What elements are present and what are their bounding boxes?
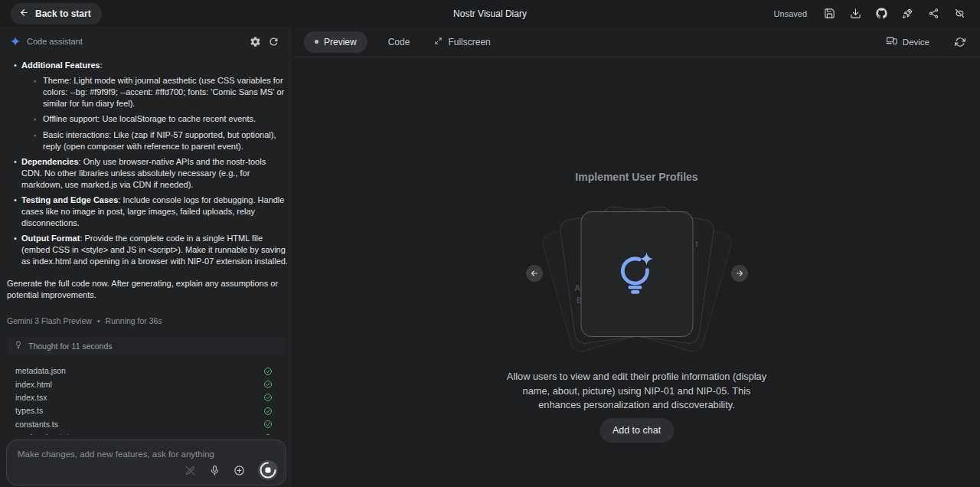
bullet-text: Dependencies: Only use browser-native AP… <box>21 156 288 191</box>
sub-bullet-marker: ◦ <box>34 75 43 109</box>
sub-bullet-item: ◦Theme: Light mode with journal aestheti… <box>34 75 288 109</box>
bullet-marker: • <box>14 194 21 229</box>
file-name: metadata.json <box>15 365 263 377</box>
file-row[interactable]: metadata.json <box>7 364 288 378</box>
tab-preview[interactable]: Preview <box>304 31 368 53</box>
generated-file-list: metadata.jsonindex.htmlindex.tsxtypes.ts… <box>7 364 288 435</box>
bullet-item: •Output Format: Provide the complete cod… <box>14 233 288 267</box>
sub-bullet-marker: ◦ <box>34 113 43 126</box>
bullet-item: •Additional Features: <box>14 60 288 71</box>
assistant-header: Code assistant <box>0 27 292 56</box>
stop-button[interactable] <box>258 460 278 480</box>
file-name: index.html <box>15 379 263 391</box>
download-icon[interactable] <box>845 4 865 24</box>
device-button[interactable]: Device <box>886 35 929 48</box>
github-icon[interactable] <box>871 4 891 24</box>
previous-card-button[interactable] <box>526 265 543 282</box>
back-to-start-button[interactable]: Back to start <box>11 3 102 25</box>
file-row[interactable]: services/nostr.ts <box>7 431 288 435</box>
file-row[interactable]: index.tsx <box>7 391 288 404</box>
bullet-item: •Testing and Edge Cases: Include console… <box>14 194 288 229</box>
preview-canvas: Implement User Profiles A B t <box>293 57 980 487</box>
sub-bullet-text: Basic interactions: Like (zap if NIP-57 … <box>43 129 288 152</box>
arrow-left-icon <box>19 8 29 20</box>
rocket-icon[interactable] <box>897 4 917 24</box>
adjacent-card-text-fragment: t <box>695 239 698 248</box>
tab-preview-label: Preview <box>324 37 357 47</box>
front-suggestion-card <box>580 211 693 337</box>
chat-composer <box>6 440 286 485</box>
bullet-marker: • <box>14 60 21 71</box>
sub-bullet-text: Offline support: Use localStorage to cac… <box>43 113 256 126</box>
refresh-icon[interactable] <box>264 32 283 51</box>
sub-bullet-item: ◦Basic interactions: Like (zap if NIP-57… <box>34 129 288 152</box>
check-circle-icon <box>263 367 273 376</box>
mic-icon[interactable] <box>209 465 220 476</box>
bullet-marker: • <box>14 156 21 191</box>
check-circle-icon <box>263 433 273 435</box>
sub-bullet-marker: ◦ <box>34 129 43 152</box>
bullet-marker: • <box>14 233 21 267</box>
suggestion-card-stack: A B t <box>580 211 693 337</box>
check-circle-icon <box>263 407 273 416</box>
model-name: Gemini 3 Flash Preview <box>7 315 92 327</box>
lightbulb-icon <box>14 340 23 352</box>
bullet-text: Testing and Edge Cases: Include console … <box>21 194 288 229</box>
device-label: Device <box>903 38 929 47</box>
unsaved-status: Unsaved <box>774 9 807 18</box>
main-split: Code assistant •Additional Features:◦The… <box>0 27 980 487</box>
share-icon[interactable] <box>923 4 943 24</box>
assistant-title: Code assistant <box>27 37 83 46</box>
sync-icon[interactable] <box>951 33 969 51</box>
file-name: types.ts <box>15 405 263 417</box>
fullscreen-icon <box>434 37 443 47</box>
sub-bullet-text: Theme: Light mode with journal aesthetic… <box>43 75 288 109</box>
active-tab-dot <box>315 40 318 44</box>
check-circle-icon <box>263 380 273 389</box>
link-off-icon[interactable] <box>949 4 969 24</box>
save-icon[interactable] <box>819 4 839 24</box>
check-circle-icon <box>263 420 273 429</box>
bullet-text: Additional Features: <box>21 60 103 71</box>
thought-summary-row[interactable]: Thought for 11 seconds <box>7 337 285 355</box>
preview-panel: Preview Code Fullscreen Device Impleme <box>293 27 980 487</box>
meta-separator: • <box>97 315 100 327</box>
devices-icon <box>886 35 897 48</box>
assistant-message: •Additional Features:◦Theme: Light mode … <box>0 56 292 435</box>
suggestion-card-title: Implement User Profiles <box>293 171 980 183</box>
preview-header: Preview Code Fullscreen Device <box>293 27 980 57</box>
file-row[interactable]: types.ts <box>7 404 288 417</box>
sub-bullet-item: ◦Offline support: Use localStorage to ca… <box>34 113 288 126</box>
bullet-item: •Dependencies: Only use browser-native A… <box>14 156 288 191</box>
gear-icon[interactable] <box>246 32 264 51</box>
code-assistant-panel: Code assistant •Additional Features:◦The… <box>0 27 293 487</box>
idea-bulb-spark-icon <box>615 250 659 298</box>
fullscreen-label: Fullscreen <box>448 37 490 47</box>
fullscreen-button[interactable]: Fullscreen <box>434 37 490 47</box>
file-row[interactable]: index.html <box>7 378 288 391</box>
add-to-chat-button[interactable]: Add to chat <box>599 418 674 443</box>
check-circle-icon <box>263 393 273 402</box>
running-status: Running for 36s <box>106 315 162 327</box>
bullet-text: Output Format: Provide the complete code… <box>21 233 288 267</box>
suggestion-card-description: Allow users to view and edit their profi… <box>502 370 772 413</box>
file-name: constants.ts <box>15 419 263 430</box>
thought-label: Thought for 11 seconds <box>28 341 113 352</box>
message-closing-paragraph: Generate the full code now. After genera… <box>7 278 286 301</box>
file-row[interactable]: constants.ts <box>7 418 288 431</box>
back-button-label: Back to start <box>35 8 91 19</box>
file-name: index.tsx <box>15 392 263 404</box>
file-name: services/nostr.ts <box>15 432 263 435</box>
tab-code[interactable]: Code <box>388 37 410 47</box>
gemini-spark-icon <box>10 36 21 47</box>
add-circle-icon[interactable] <box>234 465 245 476</box>
run-meta: Gemini 3 Flash Preview • Running for 36s <box>7 315 288 327</box>
message-bullet-list: •Additional Features:◦Theme: Light mode … <box>7 60 288 267</box>
top-bar: Back to start Nostr Visual Diary Unsaved <box>0 0 980 27</box>
adjacent-card-text-fragment: A <box>574 283 580 293</box>
edit-off-icon[interactable] <box>185 465 196 476</box>
next-card-button[interactable] <box>731 265 748 282</box>
